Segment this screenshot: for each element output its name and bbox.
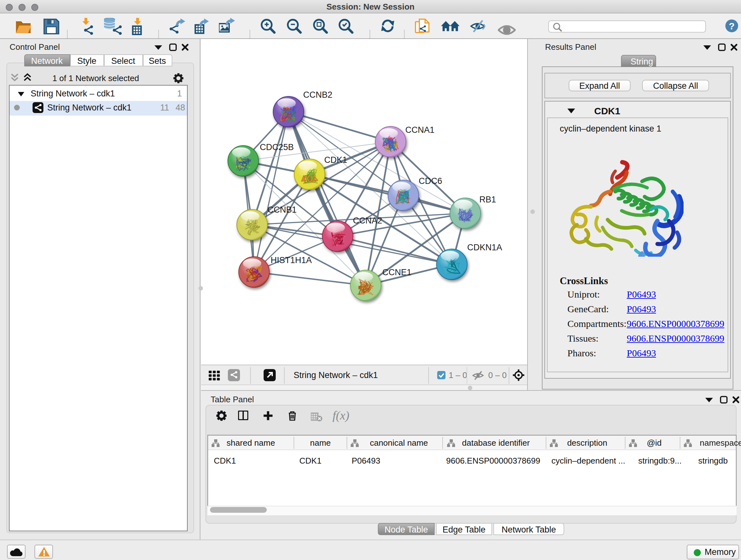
- svg-text:CCNB1: CCNB1: [267, 205, 297, 214]
- svg-text:CCNB2: CCNB2: [303, 90, 333, 100]
- svg-text:CCNE1: CCNE1: [382, 267, 412, 277]
- svg-text:CDC25B: CDC25B: [260, 142, 294, 152]
- svg-text:RB1: RB1: [479, 195, 496, 204]
- svg-text:CDK1: CDK1: [324, 155, 347, 165]
- svg-text:CDC6: CDC6: [419, 176, 442, 186]
- svg-text:?: ?: [729, 21, 735, 31]
- svg-text:HIST1H1A: HIST1H1A: [271, 255, 312, 265]
- svg-text:CDKN1A: CDKN1A: [467, 243, 502, 252]
- svg-text:CCNA2: CCNA2: [353, 216, 382, 226]
- svg-text:CCNA1: CCNA1: [405, 125, 434, 135]
